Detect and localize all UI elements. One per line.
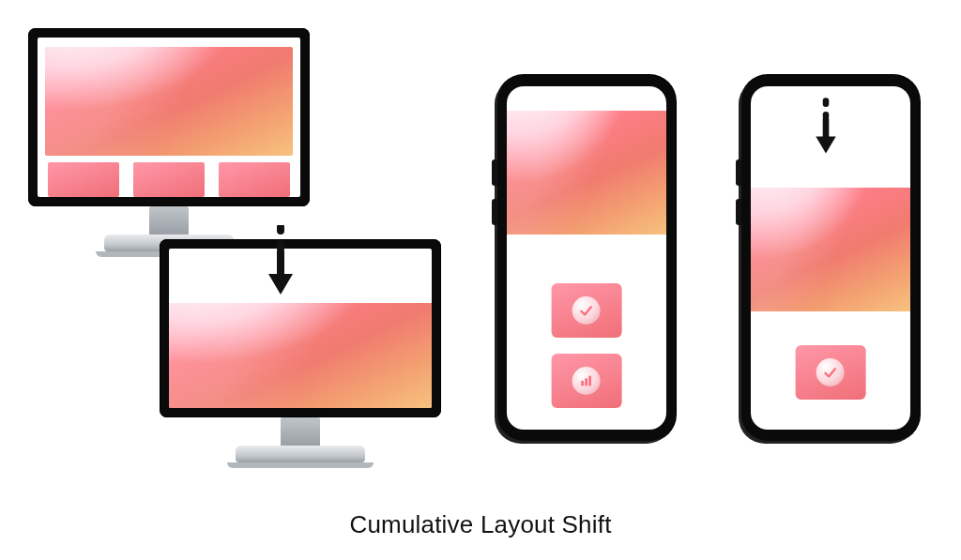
desktop-monitor-after <box>160 239 441 468</box>
hero-image-shifted <box>169 303 432 408</box>
svg-rect-5 <box>589 376 592 386</box>
monitor-foot <box>227 462 374 468</box>
svg-rect-4 <box>586 378 588 386</box>
check-icon <box>572 296 601 325</box>
svg-marker-2 <box>268 274 293 295</box>
svg-rect-3 <box>582 381 585 386</box>
monitor-bezel <box>28 28 310 206</box>
phone-screen <box>507 86 666 430</box>
hero-image <box>45 47 292 156</box>
arrow-down-icon <box>813 96 839 163</box>
bar-chart-icon <box>572 367 601 395</box>
svg-marker-8 <box>816 136 835 153</box>
hero-image-shifted <box>751 188 910 311</box>
monitor-neck <box>149 206 189 235</box>
monitor-screen <box>38 38 300 197</box>
diagram-caption: Cumulative Layout Shift <box>0 510 961 539</box>
monitor-bezel <box>160 239 441 417</box>
monitor-screen <box>169 249 432 408</box>
check-icon <box>816 358 845 386</box>
feature-tile-check <box>796 345 866 400</box>
hero-image <box>507 111 666 235</box>
arrow-down-icon <box>265 225 297 298</box>
monitor-base <box>236 446 365 462</box>
monitor-neck <box>281 417 320 446</box>
thumbnail-tile <box>219 162 290 197</box>
phone-mockup-before <box>497 75 676 441</box>
feature-tile-chart <box>552 354 622 408</box>
thumbnail-tile <box>48 162 119 197</box>
feature-tile-check <box>552 283 622 338</box>
desktop-monitor-before <box>28 28 310 257</box>
thumbnail-tile <box>133 162 205 197</box>
thumbnail-row <box>48 162 290 197</box>
